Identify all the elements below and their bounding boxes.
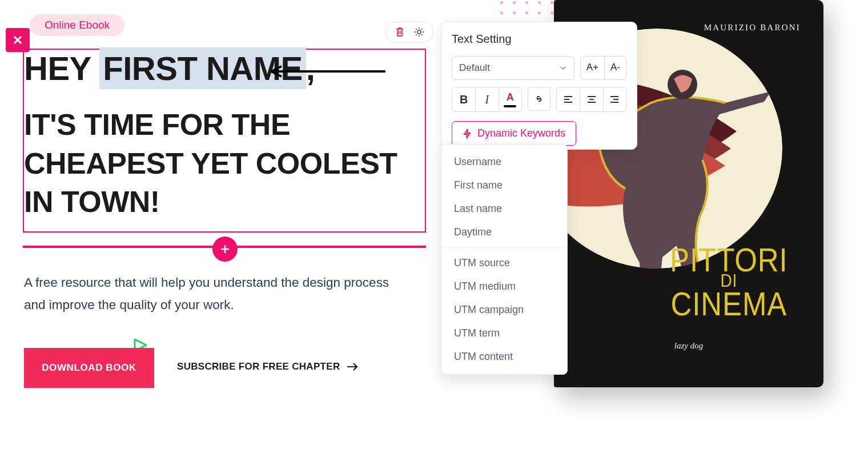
align-center-icon [586,94,597,105]
keyword-item-utm-medium[interactable]: UTM medium [441,275,567,298]
format-group: B I A [452,87,522,112]
keyword-item-utm-campaign[interactable]: UTM campaign [441,298,567,322]
keyword-item-utm-content[interactable]: UTM content [441,345,567,368]
chevron-down-icon [559,64,567,72]
keyword-item-utm-term[interactable]: UTM term [441,322,567,345]
align-right-icon [609,94,620,105]
align-left-button[interactable] [557,87,580,111]
keyword-item-utm-source[interactable]: UTM source [441,251,567,275]
arrow-right-icon [346,362,359,371]
color-button[interactable]: A [499,87,521,111]
subscribe-label: SUBSCRIBE FOR FREE CHAPTER [177,361,340,372]
dynamic-keywords-dropdown: Username First name Last name Daytime UT… [441,144,568,375]
align-group [556,87,626,112]
align-left-icon [562,94,574,105]
delete-button[interactable] [394,26,405,38]
link-button[interactable] [528,87,550,111]
italic-button[interactable]: I [475,87,498,111]
add-element-button[interactable] [212,236,238,262]
keyword-item-username[interactable]: Username [441,150,567,174]
book-title: PITTORI DI CINEMA [670,244,788,319]
category-tag: Online Ebook [30,14,124,36]
panel-title: Text Setting [452,33,626,46]
link-icon [533,93,545,105]
align-center-button[interactable] [580,87,602,111]
font-size-increase[interactable]: A+ [581,57,604,79]
svg-point-0 [417,30,421,34]
lightning-icon [463,129,472,139]
trash-icon [394,26,405,38]
keyword-item-daytime[interactable]: Daytime [441,221,567,244]
heading-line-2: IT'S TIME FOR THE CHEAPEST YET COOLEST I… [24,106,425,222]
book-publisher: lazy dog [554,341,823,351]
keyword-item-first-name[interactable]: First name [441,174,567,197]
floating-toolbar [385,22,433,42]
subscribe-link[interactable]: SUBSCRIBE FOR FREE CHAPTER [177,361,359,372]
font-select[interactable]: Default [452,56,574,80]
bold-button[interactable]: B [452,87,475,111]
heading-text: HEY [24,50,99,87]
dynamic-keywords-label: Dynamic Keywords [477,127,565,139]
settings-button[interactable] [413,26,425,38]
keyword-item-last-name[interactable]: Last name [441,197,567,221]
plus-icon [219,243,231,255]
font-select-value: Default [459,62,490,74]
font-size-decrease[interactable]: A- [604,57,626,79]
close-button[interactable] [6,28,30,52]
align-right-button[interactable] [603,87,626,111]
gear-icon [413,26,425,38]
dynamic-keywords-button[interactable]: Dynamic Keywords [452,121,576,146]
dropdown-separator [441,247,567,248]
text-setting-panel: Text Setting Default A+ A- B I A Dynami [441,22,637,150]
download-button[interactable]: DOWNLOAD BOOK [24,348,154,388]
description-paragraph[interactable]: A free resource that will help you under… [24,271,401,316]
annotation-arrow-1 [266,64,391,81]
font-size-group: A+ A- [580,56,626,80]
close-icon [13,35,23,45]
